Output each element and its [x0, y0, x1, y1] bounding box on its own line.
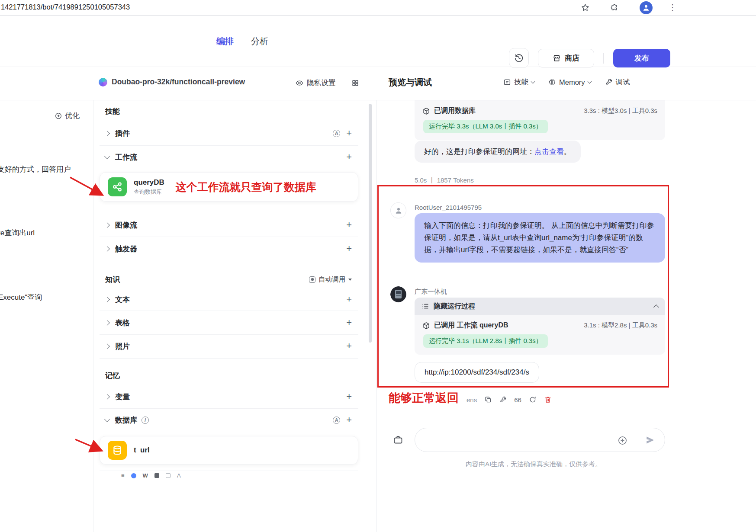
call-title: 已调用数据库	[434, 106, 476, 115]
bookmark-star-icon[interactable]	[581, 3, 590, 12]
table-knowledge-label: 表格	[115, 318, 130, 328]
store-button[interactable]: 商店	[538, 49, 594, 67]
send-icon	[645, 435, 655, 445]
chevron-down-icon	[104, 154, 110, 159]
scrollbar[interactable]	[369, 104, 372, 343]
toolbar-glyph[interactable]: ≡	[121, 472, 125, 479]
hide-process-toggle[interactable]: 隐藏运行过程	[415, 298, 665, 315]
prompt-text-fragment: Execute“查询	[0, 292, 42, 302]
chevron-down-icon	[104, 417, 110, 422]
quick-command-button[interactable]	[393, 435, 403, 445]
memory-brain-icon	[548, 78, 556, 86]
browser-menu-icon[interactable]: ⋮	[668, 2, 677, 13]
database-card-turl[interactable]: t_url	[100, 436, 358, 465]
debug-wrench-icon	[605, 78, 613, 86]
add-trigger-button[interactable]: +	[346, 244, 352, 253]
add-photo-button[interactable]: +	[346, 341, 352, 351]
row-database[interactable]: 数据库 i A +	[105, 413, 352, 426]
send-button[interactable]	[645, 435, 655, 445]
row-table-knowledge[interactable]: 表格 +	[105, 316, 352, 329]
toolbar-glyph[interactable]: W	[143, 472, 148, 479]
add-text-button[interactable]: +	[346, 295, 352, 304]
info-icon[interactable]: i	[142, 417, 149, 424]
add-table-button[interactable]: +	[346, 318, 352, 327]
model-name: Doubao-pro-32k/functioncall-preview	[112, 77, 245, 87]
partial-toolbar: ≡ W A	[121, 472, 181, 479]
tab-orchestrate[interactable]: 编排	[216, 35, 234, 47]
chevron-down-icon	[587, 79, 592, 83]
config-panel: 技能 插件 A + 工作流 + queryDB 查询数据库 这个工作流就只查询了…	[93, 100, 376, 532]
auto-badge-icon[interactable]: A	[333, 130, 340, 137]
cube-icon	[422, 322, 430, 330]
photo-knowledge-label: 照片	[115, 341, 130, 351]
browser-profile-avatar[interactable]	[640, 1, 653, 14]
chat-input[interactable]	[415, 428, 665, 452]
toolbar-square-icon[interactable]	[154, 473, 159, 478]
bot-name: 广东一体机	[415, 288, 447, 296]
toolbar-square-outline-icon[interactable]	[166, 473, 171, 478]
copy-icon[interactable]	[484, 396, 492, 404]
toolbar-glyph[interactable]: A	[177, 472, 181, 479]
menu-memory[interactable]: Memory	[548, 78, 591, 87]
toolbar-dot-icon[interactable]	[131, 473, 136, 478]
row-variables[interactable]: 变量 +	[105, 390, 352, 403]
menu-skills[interactable]: 技能	[503, 77, 534, 87]
chevron-right-icon	[104, 222, 110, 228]
bot-avatar-image	[390, 286, 406, 302]
layout-grid-icon[interactable]	[351, 79, 359, 87]
menu-debug-label: 调试	[616, 77, 630, 87]
row-plugins[interactable]: 插件 A +	[105, 127, 352, 140]
bot-message-text: 好的，这是打印参保证明的网址：	[424, 147, 534, 156]
add-workflow-button[interactable]: +	[346, 152, 352, 162]
database-name: t_url	[134, 446, 150, 455]
address-bar-url[interactable]: 1421771813/bot/7419891250105057343	[1, 3, 130, 11]
history-button[interactable]	[509, 48, 529, 68]
menu-skills-label: 技能	[514, 77, 528, 87]
row-photo-knowledge[interactable]: 照片 +	[105, 340, 352, 353]
model-selector[interactable]: Doubao-pro-32k/functioncall-preview	[99, 77, 245, 87]
add-database-button[interactable]: +	[346, 415, 352, 425]
person-icon	[642, 3, 650, 12]
optimize-icon	[55, 112, 62, 120]
person-icon	[394, 206, 403, 215]
workflow-card-querydb[interactable]: queryDB 查询数据库 这个工作流就只查询了数据库	[100, 172, 358, 202]
tab-analyze[interactable]: 分析	[251, 35, 268, 47]
auto-call-dropdown[interactable]: 自动调用	[309, 275, 352, 284]
skills-panel-icon	[503, 78, 511, 86]
regenerate-icon[interactable]	[529, 396, 537, 404]
optimize-button[interactable]: 优化	[55, 111, 80, 121]
auto-call-label: 自动调用	[318, 275, 345, 284]
extensions-puzzle-icon[interactable]	[610, 3, 619, 12]
workflows-label: 工作流	[115, 152, 137, 162]
call-timing: 3.1s : 模型2.8s | 工具0.3s	[584, 321, 657, 330]
chevron-right-icon	[104, 343, 110, 349]
add-imageflow-button[interactable]: +	[346, 220, 352, 230]
menu-debug[interactable]: 调试	[605, 77, 630, 87]
plugins-label: 插件	[115, 128, 130, 138]
delete-trash-icon[interactable]	[544, 396, 552, 404]
row-triggers[interactable]: 触发器 +	[105, 242, 352, 255]
row-workflows[interactable]: 工作流 +	[105, 151, 352, 163]
menu-memory-label: Memory	[559, 78, 585, 87]
store-icon	[553, 54, 561, 62]
workflow-icon	[108, 177, 127, 196]
debug-wrench-icon[interactable]	[499, 396, 507, 404]
privacy-settings-button[interactable]: 隐私设置	[296, 78, 335, 88]
workflow-desc: 查询数据库	[134, 188, 164, 196]
add-plugin-button[interactable]: +	[346, 128, 352, 138]
prompt-panel: 优化 支好的方式，回答用户 te查询出url Execute“查询	[0, 100, 93, 532]
optimize-label: 优化	[65, 111, 80, 121]
bot-url-message-bubble: http://ip:10200/sdf/234/sdf/234/s	[415, 362, 539, 383]
attach-plus-icon[interactable]	[618, 436, 627, 445]
chevron-right-icon	[104, 246, 110, 252]
call-title: 已调用 工作流 queryDB	[434, 321, 508, 330]
message-link[interactable]: 点击查看	[534, 147, 564, 156]
publish-button[interactable]: 发布	[613, 49, 670, 67]
add-variable-button[interactable]: +	[346, 392, 352, 401]
run-process-card: 隐藏运行过程 已调用 工作流 queryDB 3.1s : 模型2.8s | 工…	[415, 298, 665, 355]
auto-badge-icon[interactable]: A	[333, 417, 340, 424]
row-text-knowledge[interactable]: 文本 +	[105, 293, 352, 306]
row-imageflow[interactable]: 图像流 +	[105, 218, 352, 231]
panel-divider-right	[376, 67, 377, 532]
cube-icon	[422, 107, 430, 115]
